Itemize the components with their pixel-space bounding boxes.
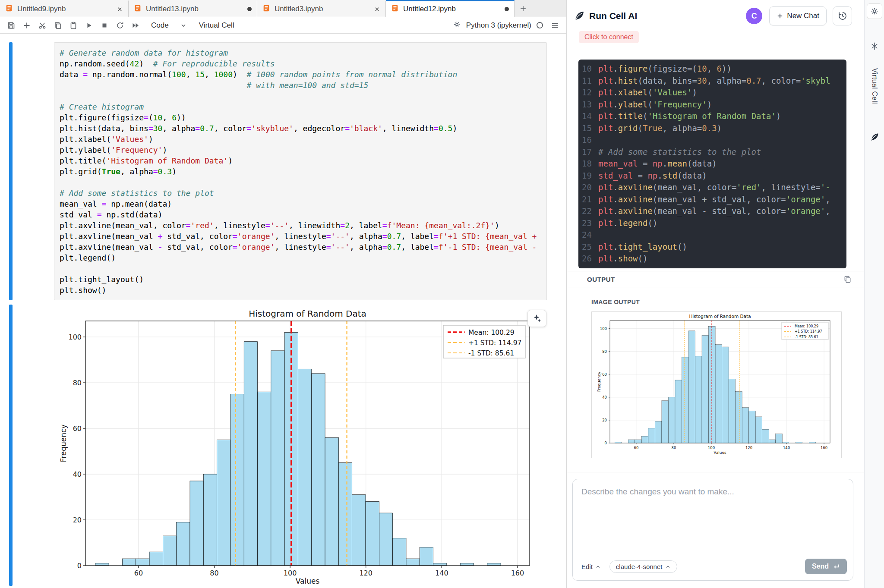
notebook-toolbar: Code Virtual Cell Python 3 (ipykernel)	[0, 17, 566, 34]
code-line: plt.hist(data, bins=30, alpha=0.7, color…	[60, 123, 541, 134]
ai-sparkle-button[interactable]	[527, 310, 546, 327]
chat-input-card: Edit claude-4-sonnet Send	[572, 479, 853, 581]
cut-cells-button[interactable]	[35, 19, 49, 32]
quill-pen-icon	[573, 10, 585, 22]
send-button[interactable]: Send	[805, 559, 847, 574]
tab-untitled3[interactable]: Untitled3.ipynb	[257, 0, 386, 17]
user-avatar[interactable]: C	[746, 8, 762, 24]
svg-text:20: 20	[602, 418, 607, 422]
insert-cell-button[interactable]	[20, 19, 34, 32]
virtual-cell-toolbar-label[interactable]: Virtual Cell	[199, 21, 234, 30]
notebook-icon	[391, 4, 399, 14]
notebook-icon	[134, 4, 142, 14]
code-line: 12plt.xlabel('Values')	[578, 87, 846, 99]
code-line	[60, 263, 541, 274]
history-button[interactable]	[833, 6, 852, 25]
svg-text:100: 100	[284, 569, 297, 577]
chat-input[interactable]	[573, 479, 853, 553]
run-cell-button[interactable]	[82, 19, 96, 32]
svg-text:40: 40	[73, 470, 82, 478]
connect-badge[interactable]: Click to connect	[579, 31, 639, 43]
notebook-content: # Generate random data for histogramnp.r…	[0, 34, 566, 588]
output-cell-indicator[interactable]	[9, 305, 13, 586]
tab-label: Untitled9.ipynb	[17, 5, 112, 13]
tab-bar-filler	[532, 0, 566, 17]
svg-text:60: 60	[602, 372, 607, 377]
svg-text:0: 0	[605, 441, 607, 445]
kernel-gear-icon[interactable]	[453, 20, 461, 31]
kernel-status-icon	[537, 22, 543, 28]
code-line: 23plt.legend()	[578, 217, 846, 230]
svg-text:+1 STD: 114.97: +1 STD: 114.97	[795, 330, 822, 333]
notebook-icon	[5, 4, 13, 14]
paste-cells-button[interactable]	[66, 19, 80, 32]
cell-type-dropdown[interactable]: Code	[151, 21, 187, 30]
restart-kernel-button[interactable]	[113, 19, 127, 32]
notebook-pane: Untitled9.ipynb Untitled13.ipynb Untitle…	[0, 0, 567, 588]
new-chat-button[interactable]: New Chat	[769, 6, 827, 25]
chat-divider	[567, 472, 864, 472]
svg-text:60: 60	[634, 446, 639, 450]
code-line	[60, 177, 541, 188]
tab-label: Untitled12.ipynb	[403, 5, 500, 13]
code-line: 18mean_val = np.mean(data)	[578, 158, 846, 170]
svg-text:80: 80	[672, 446, 676, 450]
save-button[interactable]	[4, 19, 18, 32]
code-line: plt.axvline(mean_val - std_val, color='o…	[60, 242, 541, 252]
code-line: plt.axvline(mean_val + std_val, color='o…	[60, 231, 541, 242]
code-line: plt.figure(figsize=(10, 6))	[60, 112, 541, 123]
new-tab-button[interactable]	[515, 0, 532, 17]
right-rail: Virtual Cell	[864, 0, 884, 588]
svg-text:Values: Values	[714, 450, 726, 455]
code-line: plt.ylabel('Frequency')	[60, 145, 541, 155]
svg-text:Mean: 100.29: Mean: 100.29	[795, 324, 818, 328]
image-output-label: IMAGE OUTPUT	[591, 299, 640, 305]
tab-close-icon[interactable]	[374, 6, 380, 13]
svg-text:120: 120	[359, 569, 373, 577]
rail-gear-icon[interactable]	[867, 3, 882, 19]
code-line: 15plt.grid(True, alpha=0.3)	[578, 123, 846, 135]
tab-untitled12[interactable]: Untitled12.ipynb	[386, 0, 515, 17]
code-editor[interactable]: # Generate random data for histogramnp.r…	[54, 42, 547, 300]
tab-untitled9[interactable]: Untitled9.ipynb	[0, 0, 129, 17]
active-cell-indicator[interactable]	[9, 42, 13, 300]
svg-text:100: 100	[708, 446, 715, 450]
thumbnail-figure: 6080100120140160020406080100Histogram of…	[597, 314, 836, 456]
code-line: 19std_val = np.std(data)	[578, 170, 846, 182]
new-chat-label: New Chat	[787, 12, 819, 20]
model-dropdown[interactable]: claude-4-sonnet	[609, 560, 678, 573]
unsaved-dot-icon[interactable]	[505, 7, 509, 11]
copy-output-button[interactable]	[843, 275, 852, 284]
panel-title: Run Cell AI	[589, 11, 637, 21]
tab-untitled13[interactable]: Untitled13.ipynb	[129, 0, 257, 17]
model-label: claude-4-sonnet	[616, 563, 663, 570]
hamburger-menu-icon[interactable]	[548, 19, 562, 32]
rail-virtual-cell-tab[interactable]: Virtual Cell	[871, 68, 878, 104]
unsaved-dot-icon[interactable]	[247, 7, 252, 11]
restart-run-all-button[interactable]	[129, 19, 142, 32]
svg-text:100: 100	[600, 327, 607, 331]
svg-text:80: 80	[602, 349, 607, 354]
edit-mode-dropdown[interactable]: Edit	[579, 561, 603, 572]
history-icon	[837, 11, 848, 21]
code-line: plt.legend()	[60, 252, 541, 263]
rail-snowflake-icon[interactable]	[870, 41, 879, 51]
code-line: np.random.seed(42) # For reproducible re…	[60, 58, 541, 69]
svg-text:-1 STD: 85.61: -1 STD: 85.61	[468, 349, 514, 357]
copy-cells-button[interactable]	[51, 19, 65, 32]
rail-quill-icon[interactable]	[869, 132, 880, 142]
code-line: 16	[578, 134, 846, 146]
svg-text:120: 120	[745, 446, 752, 450]
svg-text:-1 STD: 85.61: -1 STD: 85.61	[795, 335, 818, 339]
chevron-down-icon	[180, 22, 187, 29]
code-line: # with mean=100 and std=15	[60, 80, 541, 91]
code-line: 13plt.ylabel('Frequency')	[578, 99, 846, 111]
svg-text:60: 60	[73, 424, 82, 433]
svg-text:140: 140	[435, 569, 448, 577]
interrupt-kernel-button[interactable]	[98, 19, 111, 32]
code-line: data = np.random.normal(100, 15, 1000) #…	[60, 69, 541, 80]
tab-close-icon[interactable]	[117, 6, 123, 13]
kernel-name[interactable]: Python 3 (ipykernel)	[466, 21, 531, 30]
svg-text:+1 STD: 114.97: +1 STD: 114.97	[468, 339, 521, 347]
ai-code-preview: 10plt.figure(figsize=(10, 6))11plt.hist(…	[578, 60, 846, 268]
